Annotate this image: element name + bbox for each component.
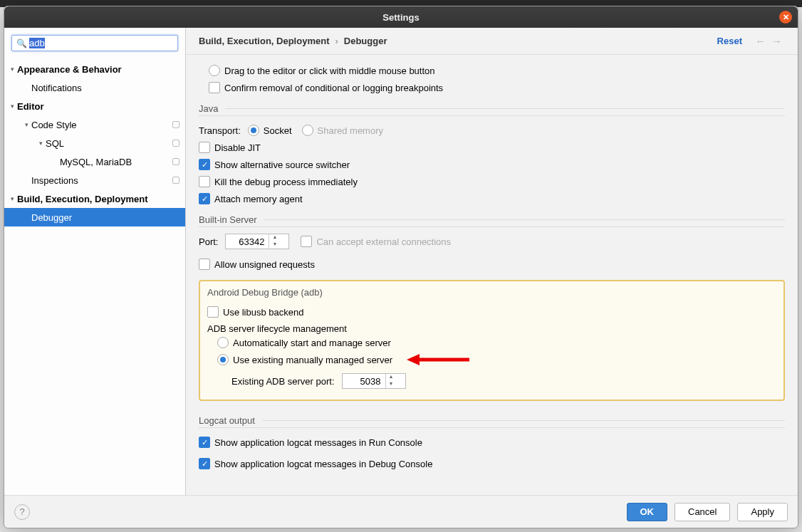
radio-auto-manage[interactable] [217,337,229,348]
apply-button[interactable]: Apply [737,503,788,521]
port-label: Port: [199,236,218,247]
dialog-content: 🔍 ▾Appearance & BehaviorNotifications▾Ed… [4,28,798,495]
chevron-down-icon: ▾ [7,103,17,110]
radio-shared-memory[interactable] [302,125,313,136]
transport-label: Transport: [199,125,241,136]
close-icon[interactable]: ✕ [779,11,792,24]
tree-item-debugger[interactable]: Debugger [4,208,185,226]
crumb-group: Build, Execution, Deployment [199,36,329,46]
can-accept-label: Can accept external connections [316,236,451,247]
adb-port-spinner[interactable]: ▲▼ [342,373,406,389]
logcat-run-label: Show application logcat messages in Run … [214,437,422,448]
logcat-debug-row: Show application logcat messages in Debu… [199,455,785,472]
auto-manage-row: Automatically start and manage server [217,334,776,351]
back-icon[interactable]: ← [755,35,766,47]
checkbox-logcat-debug[interactable] [199,458,210,469]
search-input[interactable] [29,38,173,48]
radio-socket[interactable] [248,125,259,136]
lifecycle-title: ADB server lifecycle management [207,323,776,334]
search-field[interactable]: 🔍 [11,35,178,51]
radio-drag[interactable] [209,65,220,76]
disable-jit-row: Disable JIT [199,139,785,156]
search-wrap: 🔍 [4,28,185,58]
ok-button[interactable]: OK [627,503,668,521]
tree-item-label: Build, Execution, Deployment [17,194,179,204]
settings-scroll[interactable]: Drag to the editor or click with middle … [186,55,798,495]
tree-item-notifications[interactable]: Notifications [4,78,185,97]
port-spinner[interactable]: ▲▼ [225,234,289,249]
tree-item-label: MySQL, MariaDB [60,157,172,167]
disable-jit-label: Disable JIT [214,142,261,153]
checkbox-allow-unsigned[interactable] [199,259,210,270]
scheme-badge-icon [172,121,179,128]
tree-item-editor[interactable]: ▾Editor [4,97,185,115]
checkbox-attach-memory[interactable] [199,193,210,204]
tree-item-label: Notifications [31,83,179,93]
tree-item-label: Inspections [31,175,172,186]
breadcrumb-bar: Build, Execution, Deployment › Debugger … [186,28,798,55]
chevron-down-icon: ▾ [21,121,31,128]
forward-icon[interactable]: → [771,35,782,47]
tree-item-code-style[interactable]: ▾Code Style [4,115,185,134]
port-input[interactable] [226,236,269,247]
adb-title: Android Debug Bridge (adb) [207,287,776,298]
tree-item-appearance-behavior[interactable]: ▾Appearance & Behavior [4,60,185,78]
adb-port-stepper[interactable]: ▲▼ [385,374,397,388]
reset-link[interactable]: Reset [717,36,742,46]
search-icon: 🔍 [16,38,27,48]
tree-item-sql[interactable]: ▾SQL [4,134,185,152]
checkbox-alt-source[interactable] [199,159,210,170]
adb-section: Android Debug Bridge (adb) Use libusb ba… [199,280,785,401]
tree-item-label: SQL [46,138,172,149]
help-icon[interactable]: ? [14,504,30,520]
tree-item-inspections[interactable]: Inspections [4,171,185,189]
callout-arrow-icon [407,351,471,368]
section-logcat: Logcat output [199,408,785,428]
attach-row: Attach memory agent [199,190,785,207]
java-title: Java [199,103,218,114]
logcat-run-row: Show application logcat messages in Run … [199,434,785,451]
sidebar: 🔍 ▾Appearance & BehaviorNotifications▾Ed… [4,28,186,495]
server-title: Built-in Server [199,214,257,225]
checkbox-libusb[interactable] [207,306,219,318]
dialog-footer: ? OK Cancel Apply [4,495,798,528]
existing-server-row: Use existing manually managed server [217,351,776,368]
main-panel: Build, Execution, Deployment › Debugger … [186,28,798,495]
adb-port-row: Existing ADB server port: ▲▼ [231,372,776,390]
shared-memory-label: Shared memory [318,125,383,136]
socket-label: Socket [264,125,292,136]
alt-src-row: Show alternative source switcher [199,156,785,173]
tree-item-build-execution-deployment[interactable]: ▾Build, Execution, Deployment [4,189,185,208]
checkbox-kill-process[interactable] [199,176,210,187]
window-title: Settings [382,12,419,23]
checkbox-disable-jit[interactable] [199,142,210,153]
tree-item-mysql-mariadb[interactable]: MySQL, MariaDB [4,152,185,171]
scheme-badge-icon [172,177,179,184]
drag-option-row: Drag to the editor or click with middle … [209,62,785,79]
checkbox-logcat-run[interactable] [199,437,210,448]
unsigned-row: Allow unsigned requests [199,256,785,273]
tree-item-label: Code Style [31,120,172,130]
adb-port-label: Existing ADB server port: [231,376,335,387]
crumb-page: Debugger [344,36,387,46]
settings-dialog: Settings ✕ 🔍 ▾Appearance & BehaviorNotif… [4,6,798,528]
confirm-row: Confirm removal of conditional or loggin… [209,79,785,96]
port-stepper[interactable]: ▲▼ [269,234,280,249]
section-java: Java [199,96,785,116]
libusb-label: Use libusb backend [223,307,303,318]
allow-unsigned-label: Allow unsigned requests [214,259,315,270]
cancel-button[interactable]: Cancel [675,503,730,521]
section-server: Built-in Server [199,207,785,227]
kill-label: Kill the debug process immediately [214,177,358,187]
adb-port-input[interactable] [343,376,385,387]
scheme-badge-icon [172,158,179,165]
logcat-title: Logcat output [199,415,255,426]
scheme-badge-icon [172,140,179,147]
chevron-down-icon: ▾ [7,195,17,202]
chevron-down-icon: ▾ [36,140,46,147]
checkbox-can-accept[interactable] [301,236,312,247]
transport-row: Transport: Socket Shared memory [199,122,785,139]
logcat-debug-label: Show application logcat messages in Debu… [214,459,432,469]
radio-existing-server[interactable] [217,354,229,365]
checkbox-confirm-removal[interactable] [209,82,220,93]
